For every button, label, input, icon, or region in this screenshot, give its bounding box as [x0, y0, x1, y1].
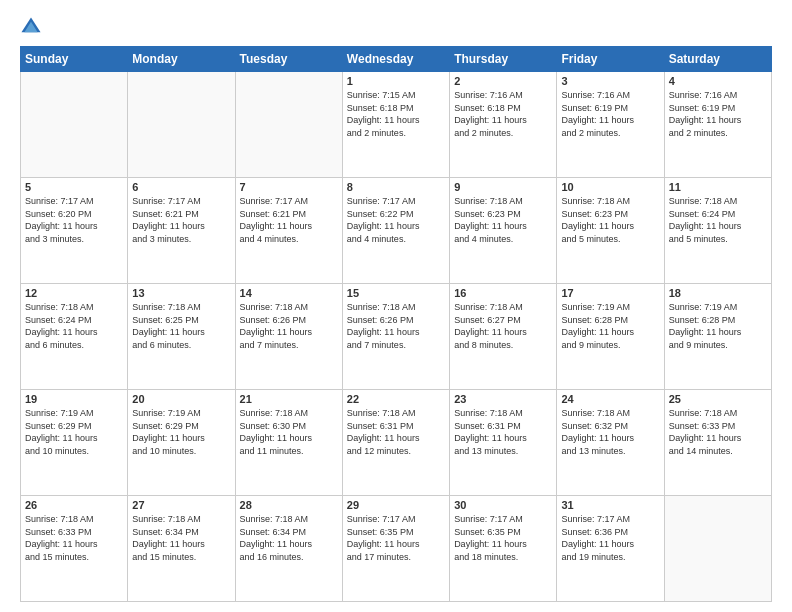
header — [20, 16, 772, 38]
weekday-header-friday: Friday — [557, 47, 664, 72]
calendar-cell: 23Sunrise: 7:18 AM Sunset: 6:31 PM Dayli… — [450, 390, 557, 496]
calendar-cell — [128, 72, 235, 178]
day-number: 6 — [132, 181, 230, 193]
calendar-cell: 7Sunrise: 7:17 AM Sunset: 6:21 PM Daylig… — [235, 178, 342, 284]
calendar-cell: 3Sunrise: 7:16 AM Sunset: 6:19 PM Daylig… — [557, 72, 664, 178]
day-number: 3 — [561, 75, 659, 87]
day-info: Sunrise: 7:18 AM Sunset: 6:34 PM Dayligh… — [132, 513, 230, 563]
calendar-table: SundayMondayTuesdayWednesdayThursdayFrid… — [20, 46, 772, 602]
day-info: Sunrise: 7:17 AM Sunset: 6:22 PM Dayligh… — [347, 195, 445, 245]
weekday-header-sunday: Sunday — [21, 47, 128, 72]
day-number: 24 — [561, 393, 659, 405]
calendar-cell: 22Sunrise: 7:18 AM Sunset: 6:31 PM Dayli… — [342, 390, 449, 496]
day-number: 20 — [132, 393, 230, 405]
day-info: Sunrise: 7:18 AM Sunset: 6:32 PM Dayligh… — [561, 407, 659, 457]
day-info: Sunrise: 7:17 AM Sunset: 6:20 PM Dayligh… — [25, 195, 123, 245]
day-number: 19 — [25, 393, 123, 405]
calendar-week-3: 12Sunrise: 7:18 AM Sunset: 6:24 PM Dayli… — [21, 284, 772, 390]
day-number: 31 — [561, 499, 659, 511]
calendar-cell: 6Sunrise: 7:17 AM Sunset: 6:21 PM Daylig… — [128, 178, 235, 284]
calendar-cell: 31Sunrise: 7:17 AM Sunset: 6:36 PM Dayli… — [557, 496, 664, 602]
calendar-cell: 13Sunrise: 7:18 AM Sunset: 6:25 PM Dayli… — [128, 284, 235, 390]
page: SundayMondayTuesdayWednesdayThursdayFrid… — [0, 0, 792, 612]
day-info: Sunrise: 7:17 AM Sunset: 6:21 PM Dayligh… — [240, 195, 338, 245]
day-number: 16 — [454, 287, 552, 299]
day-number: 30 — [454, 499, 552, 511]
calendar-cell: 5Sunrise: 7:17 AM Sunset: 6:20 PM Daylig… — [21, 178, 128, 284]
day-info: Sunrise: 7:18 AM Sunset: 6:26 PM Dayligh… — [347, 301, 445, 351]
day-info: Sunrise: 7:18 AM Sunset: 6:23 PM Dayligh… — [454, 195, 552, 245]
day-info: Sunrise: 7:18 AM Sunset: 6:30 PM Dayligh… — [240, 407, 338, 457]
day-info: Sunrise: 7:18 AM Sunset: 6:25 PM Dayligh… — [132, 301, 230, 351]
day-number: 23 — [454, 393, 552, 405]
day-info: Sunrise: 7:18 AM Sunset: 6:33 PM Dayligh… — [25, 513, 123, 563]
calendar-cell — [21, 72, 128, 178]
calendar-cell: 18Sunrise: 7:19 AM Sunset: 6:28 PM Dayli… — [664, 284, 771, 390]
day-number: 22 — [347, 393, 445, 405]
day-info: Sunrise: 7:18 AM Sunset: 6:33 PM Dayligh… — [669, 407, 767, 457]
day-number: 13 — [132, 287, 230, 299]
calendar-cell: 8Sunrise: 7:17 AM Sunset: 6:22 PM Daylig… — [342, 178, 449, 284]
calendar-cell: 30Sunrise: 7:17 AM Sunset: 6:35 PM Dayli… — [450, 496, 557, 602]
calendar-week-4: 19Sunrise: 7:19 AM Sunset: 6:29 PM Dayli… — [21, 390, 772, 496]
calendar-cell: 24Sunrise: 7:18 AM Sunset: 6:32 PM Dayli… — [557, 390, 664, 496]
calendar-week-5: 26Sunrise: 7:18 AM Sunset: 6:33 PM Dayli… — [21, 496, 772, 602]
calendar-cell: 21Sunrise: 7:18 AM Sunset: 6:30 PM Dayli… — [235, 390, 342, 496]
calendar-cell: 1Sunrise: 7:15 AM Sunset: 6:18 PM Daylig… — [342, 72, 449, 178]
calendar-cell — [664, 496, 771, 602]
day-number: 5 — [25, 181, 123, 193]
calendar-cell: 28Sunrise: 7:18 AM Sunset: 6:34 PM Dayli… — [235, 496, 342, 602]
calendar-cell: 14Sunrise: 7:18 AM Sunset: 6:26 PM Dayli… — [235, 284, 342, 390]
calendar-cell: 19Sunrise: 7:19 AM Sunset: 6:29 PM Dayli… — [21, 390, 128, 496]
calendar-cell: 20Sunrise: 7:19 AM Sunset: 6:29 PM Dayli… — [128, 390, 235, 496]
day-number: 15 — [347, 287, 445, 299]
calendar-cell: 10Sunrise: 7:18 AM Sunset: 6:23 PM Dayli… — [557, 178, 664, 284]
weekday-header-saturday: Saturday — [664, 47, 771, 72]
day-number: 26 — [25, 499, 123, 511]
day-info: Sunrise: 7:17 AM Sunset: 6:21 PM Dayligh… — [132, 195, 230, 245]
calendar-cell: 27Sunrise: 7:18 AM Sunset: 6:34 PM Dayli… — [128, 496, 235, 602]
calendar-cell: 17Sunrise: 7:19 AM Sunset: 6:28 PM Dayli… — [557, 284, 664, 390]
day-info: Sunrise: 7:19 AM Sunset: 6:29 PM Dayligh… — [25, 407, 123, 457]
day-number: 8 — [347, 181, 445, 193]
weekday-header-wednesday: Wednesday — [342, 47, 449, 72]
logo — [20, 16, 46, 38]
calendar-cell: 9Sunrise: 7:18 AM Sunset: 6:23 PM Daylig… — [450, 178, 557, 284]
day-info: Sunrise: 7:18 AM Sunset: 6:23 PM Dayligh… — [561, 195, 659, 245]
weekday-header-tuesday: Tuesday — [235, 47, 342, 72]
logo-icon — [20, 16, 42, 38]
calendar-cell: 12Sunrise: 7:18 AM Sunset: 6:24 PM Dayli… — [21, 284, 128, 390]
day-info: Sunrise: 7:18 AM Sunset: 6:31 PM Dayligh… — [454, 407, 552, 457]
day-number: 7 — [240, 181, 338, 193]
calendar-cell: 26Sunrise: 7:18 AM Sunset: 6:33 PM Dayli… — [21, 496, 128, 602]
calendar-cell: 29Sunrise: 7:17 AM Sunset: 6:35 PM Dayli… — [342, 496, 449, 602]
calendar-cell: 16Sunrise: 7:18 AM Sunset: 6:27 PM Dayli… — [450, 284, 557, 390]
day-number: 9 — [454, 181, 552, 193]
day-info: Sunrise: 7:15 AM Sunset: 6:18 PM Dayligh… — [347, 89, 445, 139]
calendar-cell: 25Sunrise: 7:18 AM Sunset: 6:33 PM Dayli… — [664, 390, 771, 496]
day-number: 17 — [561, 287, 659, 299]
calendar-week-2: 5Sunrise: 7:17 AM Sunset: 6:20 PM Daylig… — [21, 178, 772, 284]
day-info: Sunrise: 7:17 AM Sunset: 6:36 PM Dayligh… — [561, 513, 659, 563]
day-number: 21 — [240, 393, 338, 405]
day-number: 10 — [561, 181, 659, 193]
day-info: Sunrise: 7:16 AM Sunset: 6:19 PM Dayligh… — [669, 89, 767, 139]
day-number: 25 — [669, 393, 767, 405]
day-info: Sunrise: 7:18 AM Sunset: 6:27 PM Dayligh… — [454, 301, 552, 351]
day-info: Sunrise: 7:18 AM Sunset: 6:34 PM Dayligh… — [240, 513, 338, 563]
calendar-cell: 11Sunrise: 7:18 AM Sunset: 6:24 PM Dayli… — [664, 178, 771, 284]
day-info: Sunrise: 7:19 AM Sunset: 6:28 PM Dayligh… — [669, 301, 767, 351]
day-number: 14 — [240, 287, 338, 299]
day-number: 12 — [25, 287, 123, 299]
weekday-header-thursday: Thursday — [450, 47, 557, 72]
calendar-cell — [235, 72, 342, 178]
day-number: 27 — [132, 499, 230, 511]
day-number: 11 — [669, 181, 767, 193]
day-info: Sunrise: 7:16 AM Sunset: 6:18 PM Dayligh… — [454, 89, 552, 139]
day-info: Sunrise: 7:19 AM Sunset: 6:29 PM Dayligh… — [132, 407, 230, 457]
day-number: 4 — [669, 75, 767, 87]
calendar-cell: 2Sunrise: 7:16 AM Sunset: 6:18 PM Daylig… — [450, 72, 557, 178]
day-info: Sunrise: 7:17 AM Sunset: 6:35 PM Dayligh… — [347, 513, 445, 563]
calendar-cell: 4Sunrise: 7:16 AM Sunset: 6:19 PM Daylig… — [664, 72, 771, 178]
day-info: Sunrise: 7:18 AM Sunset: 6:24 PM Dayligh… — [669, 195, 767, 245]
